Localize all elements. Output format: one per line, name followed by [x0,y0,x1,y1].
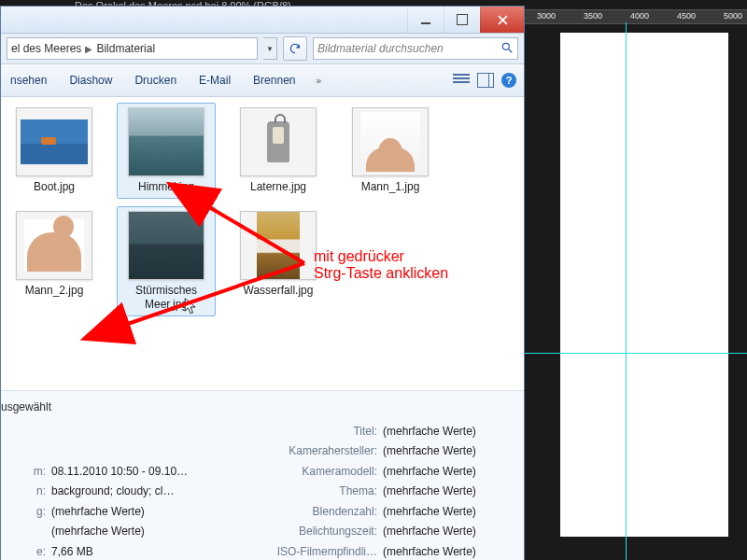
detail-value: (mehrfache Werte) [383,444,476,461]
file-thumbnail [352,107,429,176]
overflow-button[interactable]: » [316,76,321,86]
file-label: Boot.jpg [34,180,75,194]
cmd-drucken[interactable]: Drucken [133,70,178,91]
detail-key: Kamerahersteller: [265,444,377,461]
view-options-button[interactable] [453,74,470,87]
details-header: usgewählt [1,400,524,417]
detail-key: Kameramodell: [265,465,377,482]
preview-pane-button[interactable] [477,73,494,88]
file-label: Wasserfall.jpg [244,284,314,298]
file-item[interactable]: Mann_1.jpg [341,103,440,199]
detail-key: Belichtungszeit: [265,525,377,541]
svg-point-0 [502,43,509,49]
file-item[interactable]: Boot.jpg [5,103,104,199]
file-thumbnail [240,211,317,280]
help-button[interactable]: ? [501,73,516,88]
guide-horizontal[interactable] [523,353,747,354]
file-label: Mann_1.jpg [361,180,420,194]
detail-value: 7,66 MB [51,545,93,561]
breadcrumb-segment[interactable]: Bildmaterial [96,42,155,55]
file-item[interactable]: Himmel.jpg [117,103,216,199]
file-thumbnail [128,107,204,176]
file-thumbnail [128,211,204,280]
file-thumbnail [240,107,317,176]
file-label: Himmel.jpg [138,180,194,194]
file-explorer-window: el des Meeres ▶ Bildmaterial ▼ Bildmater… [0,6,525,560]
close-button[interactable] [480,7,524,33]
file-item[interactable]: Mann_2.jpg [5,206,104,316]
cmd-email[interactable]: E-Mail [197,70,233,91]
file-label: Laterne.jpg [250,180,306,194]
detail-value: background; cloudy; cl… [51,484,174,501]
cmd-diashow[interactable]: Diashow [67,70,114,91]
chevron-right-icon[interactable]: ▶ [85,44,92,54]
detail-value: 08.11.2010 10:50 - 09.10… [51,465,188,482]
detail-key: m: [1,465,46,482]
file-item[interactable]: Wasserfall.jpg [229,206,328,316]
detail-key: n: [1,484,46,501]
details-pane: usgewählt Titel:(mehrfache Werte) Kamera… [1,390,524,560]
guide-vertical[interactable] [626,22,627,560]
detail-key: ISO-Filmempfindli… [265,545,377,561]
detail-value: (mehrfache Werte) [51,505,145,522]
detail-value: (mehrfache Werte) [383,545,476,561]
svg-line-1 [509,49,513,52]
detail-key [1,525,46,541]
detail-key: Thema: [265,484,377,501]
detail-key: Titel: [265,425,377,441]
detail-value: (mehrfache Werte) [383,465,476,482]
file-thumbnail [16,107,92,176]
detail-value: (mehrfache Werte) [383,525,476,541]
address-bar-row: el des Meeres ▶ Bildmaterial ▼ Bildmater… [1,34,524,64]
canvas[interactable] [560,33,728,537]
file-item[interactable]: Laterne.jpg [229,103,328,199]
cmd-brennen[interactable]: Brennen [251,70,297,91]
command-bar: nsehen Diashow Drucken E-Mail Brennen » … [1,64,524,97]
file-thumbnail [16,211,92,280]
minimize-button[interactable] [407,7,444,33]
titlebar[interactable] [1,7,524,34]
detail-value: (mehrfache Werte) [383,505,476,522]
file-label: Stürmisches Meer.jpg [121,284,211,312]
file-item[interactable]: Stürmisches Meer.jpg [117,206,216,316]
detail-value: (mehrfache Werte) [383,484,476,501]
maximize-button[interactable] [444,7,480,33]
breadcrumb-segment[interactable]: el des Meeres [11,42,81,55]
detail-key: Blendenzahl: [265,505,377,522]
search-input[interactable]: Bildmaterial durchsuchen [313,37,518,60]
search-placeholder: Bildmaterial durchsuchen [317,42,444,55]
detail-value: (mehrfache Werte) [51,525,145,541]
file-list[interactable]: Boot.jpgHimmel.jpgLaterne.jpgMann_1.jpgM… [1,97,524,390]
refresh-button[interactable] [283,36,307,61]
file-label: Mann_2.jpg [25,284,84,298]
detail-value: (mehrfache Werte) [383,425,476,441]
breadcrumb-dropdown[interactable]: ▼ [263,37,277,60]
cmd-ansehen[interactable]: nsehen [8,70,49,91]
detail-key: g: [1,505,46,522]
detail-key: e: [1,545,46,561]
breadcrumb[interactable]: el des Meeres ▶ Bildmaterial [7,37,258,60]
search-icon[interactable] [500,41,514,57]
